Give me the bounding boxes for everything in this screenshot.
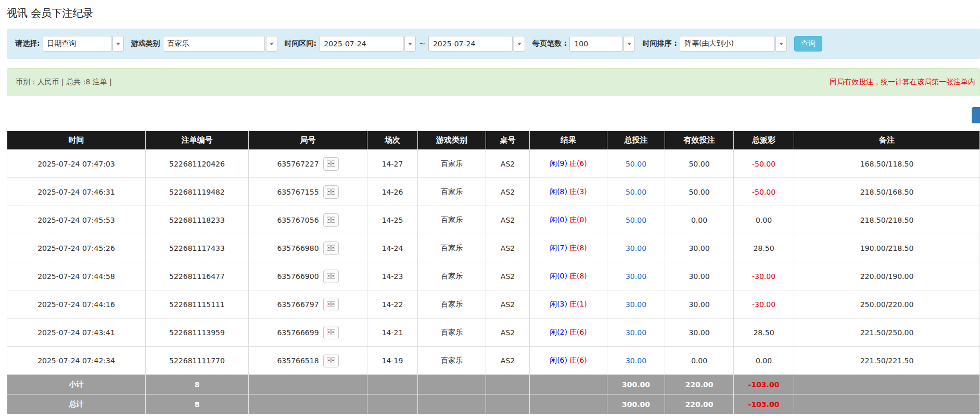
cell-round-no: 635766900 [249, 262, 367, 290]
date-to-input[interactable]: 2025-07-24 [428, 36, 513, 52]
cards-icon [327, 357, 335, 364]
records-foot: 小计 8 300.00 220.00 -103.00 总计 8 300.00 2… [7, 375, 980, 414]
summary-valid-bet: 220.00 [665, 375, 734, 394]
cell-game-type: 百家乐 [418, 150, 486, 178]
records-head: 时间 注单编号 局号 场次 游戏类别 桌号 结果 总投注 有效投注 总派彩 备注 [7, 131, 980, 150]
date-from-input[interactable]: 2025-07-24 [319, 36, 403, 52]
cell-table-no: AS2 [486, 178, 530, 206]
toolbar-gap [7, 96, 980, 131]
round-detail-button[interactable] [323, 270, 339, 283]
total-bet-link[interactable]: 50.00 [626, 160, 646, 168]
cell-total-bet: 30.00 [607, 262, 665, 290]
cell-valid-bet: 0.00 [665, 206, 734, 234]
query-type-select[interactable]: 日期查询 [43, 36, 111, 52]
date-to-dropdown-button[interactable] [514, 36, 525, 52]
summary-empty-cell [249, 375, 367, 394]
query-type-dropdown-button[interactable] [112, 36, 124, 52]
round-detail-button[interactable] [323, 241, 339, 255]
cell-valid-bet: 30.00 [665, 319, 734, 347]
summary-count: 8 [146, 375, 249, 394]
cards-icon [327, 245, 335, 251]
cell-total-bet: 50.00 [607, 150, 665, 178]
game-type-select[interactable]: 百家乐 [163, 36, 265, 52]
cell-result: 闲(7)庄(8) [530, 234, 607, 262]
game-type-dropdown-button[interactable] [266, 36, 277, 52]
cell-valid-bet: 50.00 [665, 150, 734, 178]
round-number: 635767155 [277, 188, 319, 196]
player-result: 闲(2) [550, 328, 567, 336]
cell-valid-bet: 30.00 [665, 262, 734, 290]
cell-result: 闲(6)庄(6) [530, 347, 607, 375]
cell-table-no: AS2 [486, 150, 530, 178]
chevron-down-icon [408, 43, 412, 45]
page: 视讯 会员下注纪录 请选择: 日期查询 游戏类别 百家乐 时间区间: 2025-… [0, 0, 980, 414]
table-row: 2025-07-24 07:42:34 522681111770 6357665… [7, 347, 980, 375]
round-number: 635766518 [277, 357, 319, 365]
round-detail-button[interactable] [323, 354, 339, 367]
summary-row: 总计 8 300.00 220.00 -103.00 [7, 394, 980, 414]
chevron-down-icon [779, 43, 783, 45]
round-detail-button[interactable] [323, 157, 339, 171]
chevron-down-icon [517, 43, 521, 45]
total-bet-link[interactable]: 30.00 [626, 328, 646, 337]
total-bet-link[interactable]: 30.00 [626, 357, 646, 365]
round-detail-button[interactable] [323, 326, 339, 339]
player-result: 闲(9) [550, 159, 567, 168]
per-page-dropdown-button[interactable] [623, 36, 635, 52]
cell-game-type: 百家乐 [418, 206, 486, 234]
col-header-round-no: 局号 [249, 131, 367, 150]
search-button[interactable]: 查询 [794, 36, 822, 52]
cell-order-no: 522681117433 [146, 234, 249, 262]
banker-result: 庄(3) [569, 187, 587, 196]
cell-remark: 168.50/118.50 [794, 150, 980, 178]
banker-result: 庄(6) [569, 328, 587, 336]
sort-select[interactable]: 降幂(由大到小) [680, 36, 774, 52]
round-detail-button[interactable] [323, 213, 339, 227]
cell-game-type: 百家乐 [418, 234, 486, 262]
cell-remark: 218.50/218.50 [794, 206, 980, 234]
summary-label: 总计 [7, 394, 146, 414]
col-header-session: 场次 [367, 131, 418, 150]
cell-table-no: AS2 [486, 290, 530, 319]
cell-order-no: 522681120426 [146, 150, 249, 178]
page-title: 视讯 会员下注纪录 [7, 6, 980, 20]
sort-label: 时间排序 : [642, 39, 677, 48]
cell-time: 2025-07-24 07:43:41 [7, 319, 146, 347]
total-bet-link[interactable]: 30.00 [626, 300, 646, 309]
player-result: 闲(7) [550, 244, 567, 252]
cards-icon [327, 160, 335, 167]
cell-round-no: 635766699 [249, 319, 367, 347]
cell-time: 2025-07-24 07:45:26 [7, 234, 146, 262]
valid-bet-notice-text: 同局有效投注，统一计算在该局第一张注单内 [830, 78, 975, 87]
round-detail-button[interactable] [323, 298, 339, 311]
cell-valid-bet: 50.00 [665, 178, 734, 206]
cell-table-no: AS2 [486, 319, 530, 347]
cell-time: 2025-07-24 07:45:53 [7, 206, 146, 234]
sort-dropdown-button[interactable] [775, 36, 787, 52]
date-from-dropdown-button[interactable] [404, 36, 416, 52]
total-bet-link[interactable]: 50.00 [626, 216, 646, 224]
per-page-value: 100 [574, 40, 588, 48]
cell-round-no: 635766980 [249, 234, 367, 262]
cell-game-type: 百家乐 [418, 178, 486, 206]
total-bet-link[interactable]: 30.00 [626, 244, 646, 252]
cell-table-no: AS2 [486, 234, 530, 262]
time-range-label: 时间区间: [285, 39, 317, 48]
cell-payout: -50.00 [734, 178, 794, 206]
table-row: 2025-07-24 07:44:58 522681116477 6357669… [7, 262, 980, 290]
header-row: 时间 注单编号 局号 场次 游戏类别 桌号 结果 总投注 有效投注 总派彩 备注 [7, 131, 980, 150]
cell-session: 14-22 [367, 290, 418, 319]
banker-result: 庄(1) [569, 300, 587, 308]
cell-order-no: 522681119482 [146, 178, 249, 206]
per-page-select[interactable]: 100 [569, 36, 622, 52]
round-detail-button[interactable] [323, 185, 339, 199]
filter-bar: 请选择: 日期查询 游戏类别 百家乐 时间区间: 2025-07-24 ~ 20… [7, 29, 980, 59]
banker-result: 庄(8) [569, 272, 587, 280]
cell-remark: 190.00/218.50 [794, 234, 980, 262]
cell-table-no: AS2 [486, 347, 530, 375]
clipped-action-button[interactable] [972, 107, 980, 123]
total-bet-link[interactable]: 30.00 [626, 272, 646, 281]
total-bet-link[interactable]: 50.00 [626, 188, 646, 196]
summary-empty-cell [367, 394, 418, 414]
player-result: 闲(0) [550, 272, 567, 280]
